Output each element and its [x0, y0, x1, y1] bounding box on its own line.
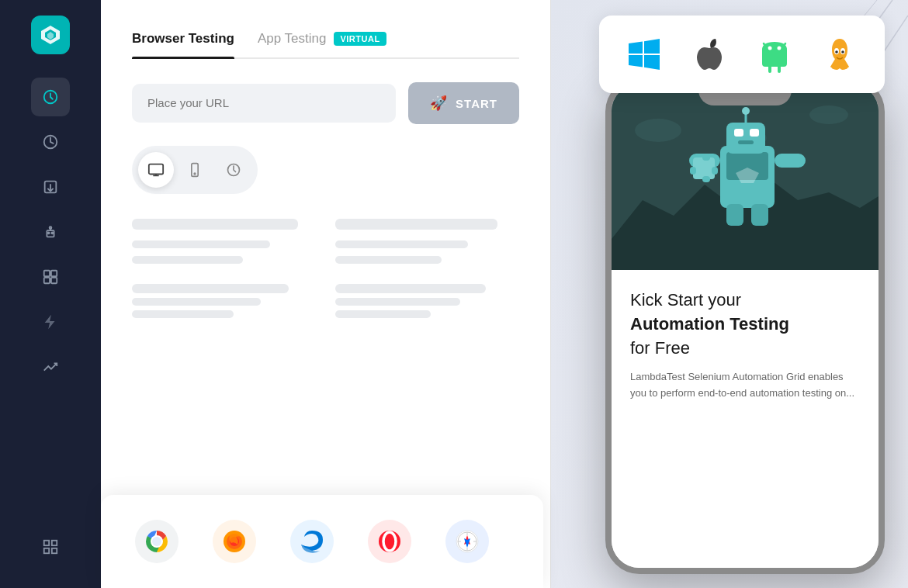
rocket-icon: 🚀 [430, 95, 448, 112]
sidebar-bottom [31, 527, 70, 572]
browser-icon-firefox[interactable] [210, 517, 259, 566]
svg-rect-69 [751, 204, 768, 226]
phone-description: LambdaTest Selenium Automation Grid enab… [630, 369, 860, 402]
device-btn-desktop[interactable] [138, 152, 174, 188]
svg-rect-61 [734, 129, 743, 137]
svg-rect-13 [51, 271, 57, 276]
svg-rect-73 [690, 167, 696, 175]
svg-rect-68 [726, 204, 743, 226]
sidebar-item-grid[interactable] [31, 527, 70, 566]
content-placeholders [132, 219, 519, 318]
svg-rect-15 [51, 278, 57, 283]
os-icon-android[interactable] [754, 34, 795, 74]
url-input[interactable] [147, 96, 380, 109]
logo-icon [39, 23, 62, 47]
sidebar [0, 0, 101, 588]
svg-rect-62 [750, 129, 759, 137]
svg-point-9 [48, 232, 50, 233]
browser-card [101, 495, 543, 588]
hero-illustration [612, 84, 879, 270]
analytics-icon [42, 358, 59, 375]
svg-rect-20 [149, 164, 163, 175]
robot-icon [42, 223, 59, 240]
url-input-wrapper[interactable] [132, 84, 396, 123]
svg-rect-67 [775, 154, 806, 168]
history-icon [42, 133, 59, 150]
dashboard-icon [42, 88, 59, 105]
os-icon-apple[interactable] [689, 34, 730, 74]
sidebar-item-compare[interactable] [31, 258, 70, 296]
phone-title: Kick Start your Automation Testing for F… [630, 289, 860, 360]
sidebar-item-analytics[interactable] [31, 348, 70, 386]
svg-point-10 [51, 232, 53, 233]
svg-point-45 [768, 47, 772, 50]
edge-icon [290, 520, 334, 563]
svg-rect-19 [52, 548, 57, 553]
lightning-icon [42, 313, 59, 330]
svg-point-46 [778, 47, 782, 50]
svg-point-34 [379, 531, 400, 552]
history-toggle-icon [226, 162, 241, 178]
windows-icon [626, 36, 663, 73]
compare-icon [42, 268, 59, 285]
svg-rect-12 [44, 271, 50, 276]
sidebar-item-robot[interactable] [31, 213, 70, 251]
svg-point-52 [841, 50, 844, 54]
os-icon-windows[interactable] [624, 34, 664, 74]
svg-rect-17 [52, 541, 57, 545]
svg-rect-72 [702, 176, 710, 182]
svg-point-22 [194, 173, 196, 175]
svg-rect-70 [693, 157, 715, 179]
svg-point-32 [290, 520, 334, 563]
svg-rect-14 [44, 278, 50, 283]
tab-browser-testing[interactable]: Browser Testing [132, 31, 234, 57]
desktop-icon [147, 161, 165, 178]
svg-point-27 [152, 537, 161, 546]
browser-icon-safari[interactable] [442, 517, 492, 566]
browser-icon-opera[interactable] [365, 517, 414, 566]
phone-mockup: Kick Start your Automation Testing for F… [605, 78, 885, 574]
start-button[interactable]: 🚀 START [408, 82, 519, 124]
svg-point-55 [635, 119, 681, 142]
tab-app-testing[interactable]: App Testing VIRTUAL [258, 31, 386, 57]
device-btn-mobile[interactable] [177, 152, 213, 188]
svg-point-56 [809, 105, 848, 124]
sidebar-item-download[interactable] [31, 168, 70, 206]
linux-icon [821, 36, 858, 73]
os-card [599, 16, 885, 93]
apple-icon [691, 36, 728, 73]
firefox-icon [213, 520, 256, 563]
svg-point-51 [835, 50, 838, 54]
logo[interactable] [31, 16, 70, 54]
device-btn-history[interactable] [216, 152, 251, 188]
svg-rect-60 [726, 123, 765, 154]
download-icon [42, 178, 59, 195]
chrome-icon [135, 520, 178, 563]
virtual-badge: VIRTUAL [334, 32, 386, 46]
grid-icon [42, 538, 59, 555]
browser-icon-edge[interactable] [287, 517, 337, 566]
svg-rect-63 [738, 140, 754, 144]
browser-icon-chrome[interactable] [132, 517, 182, 566]
svg-rect-74 [712, 167, 718, 175]
safari-icon [445, 520, 489, 563]
svg-point-65 [742, 107, 750, 115]
svg-rect-18 [44, 548, 49, 553]
phone-content: Kick Start your Automation Testing for F… [612, 270, 879, 568]
sidebar-item-history[interactable] [31, 123, 70, 161]
phone-hero [612, 84, 879, 270]
sidebar-item-dashboard[interactable] [31, 78, 70, 116]
svg-rect-16 [44, 541, 49, 545]
svg-rect-71 [702, 154, 710, 161]
url-section: 🚀 START [132, 82, 519, 124]
opera-icon [368, 520, 411, 563]
phone-inner: Kick Start your Automation Testing for F… [612, 84, 879, 568]
os-icon-linux[interactable] [820, 34, 860, 74]
tabs: Browser Testing App Testing VIRTUAL [132, 31, 519, 59]
mobile-icon [187, 162, 203, 178]
android-icon [756, 36, 793, 73]
sidebar-item-lightning[interactable] [31, 303, 70, 341]
device-toggles [132, 146, 258, 194]
